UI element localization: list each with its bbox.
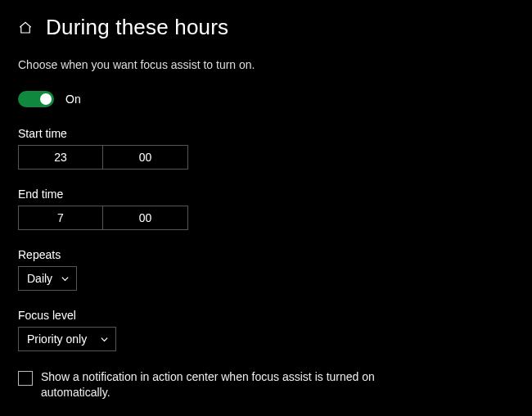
chevron-down-icon <box>100 335 109 344</box>
repeats-label: Repeats <box>18 248 514 261</box>
focus-level-section: Focus level Priority only <box>18 309 514 351</box>
start-time-section: Start time 23 00 <box>18 127 514 170</box>
repeats-section: Repeats Daily <box>18 248 514 291</box>
toggle-knob <box>40 93 52 105</box>
home-icon[interactable] <box>18 20 33 35</box>
notify-checkbox-row: Show a notification in action center whe… <box>18 369 514 400</box>
page-subtitle: Choose when you want focus assist to tur… <box>18 58 514 71</box>
notify-checkbox[interactable] <box>18 371 33 386</box>
page-title: During these hours <box>46 15 228 40</box>
end-time-picker: 7 00 <box>18 206 514 230</box>
end-hour-field[interactable]: 7 <box>18 206 103 230</box>
toggle-state-label: On <box>65 93 81 106</box>
start-time-label: Start time <box>18 127 514 140</box>
start-time-picker: 23 00 <box>18 145 514 170</box>
end-time-section: End time 7 00 <box>18 188 514 230</box>
focus-level-dropdown[interactable]: Priority only <box>18 327 116 351</box>
focus-assist-toggle-row: On <box>18 91 514 107</box>
chevron-down-icon <box>61 274 70 283</box>
focus-level-label: Focus level <box>18 309 514 322</box>
page-header: During these hours <box>18 15 514 40</box>
end-time-label: End time <box>18 188 514 201</box>
notify-checkbox-label: Show a notification in action center whe… <box>41 369 401 400</box>
repeats-value: Daily <box>27 272 52 285</box>
start-minute-field[interactable]: 00 <box>103 145 188 170</box>
end-minute-field[interactable]: 00 <box>103 206 188 230</box>
start-hour-field[interactable]: 23 <box>18 145 103 170</box>
repeats-dropdown[interactable]: Daily <box>18 266 77 291</box>
focus-level-value: Priority only <box>27 332 87 346</box>
focus-assist-toggle[interactable] <box>18 91 54 107</box>
